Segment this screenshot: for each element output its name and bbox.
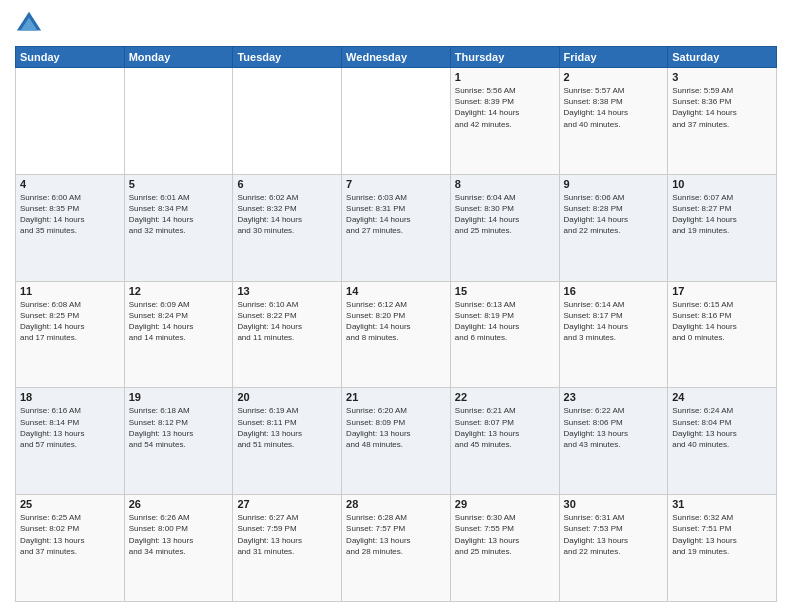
calendar-cell: 27Sunrise: 6:27 AM Sunset: 7:59 PM Dayli… [233,495,342,602]
day-number: 22 [455,391,555,403]
day-number: 6 [237,178,337,190]
day-info: Sunrise: 6:24 AM Sunset: 8:04 PM Dayligh… [672,405,772,450]
day-info: Sunrise: 6:03 AM Sunset: 8:31 PM Dayligh… [346,192,446,237]
calendar-cell: 10Sunrise: 6:07 AM Sunset: 8:27 PM Dayli… [668,174,777,281]
calendar-cell: 30Sunrise: 6:31 AM Sunset: 7:53 PM Dayli… [559,495,668,602]
day-number: 2 [564,71,664,83]
day-info: Sunrise: 6:28 AM Sunset: 7:57 PM Dayligh… [346,512,446,557]
day-number: 16 [564,285,664,297]
calendar-body: 1Sunrise: 5:56 AM Sunset: 8:39 PM Daylig… [16,68,777,602]
day-number: 1 [455,71,555,83]
day-number: 28 [346,498,446,510]
day-number: 27 [237,498,337,510]
day-number: 21 [346,391,446,403]
calendar-cell: 14Sunrise: 6:12 AM Sunset: 8:20 PM Dayli… [342,281,451,388]
day-number: 5 [129,178,229,190]
calendar-cell [342,68,451,175]
calendar: SundayMondayTuesdayWednesdayThursdayFrid… [15,46,777,602]
day-info: Sunrise: 5:56 AM Sunset: 8:39 PM Dayligh… [455,85,555,130]
calendar-table: SundayMondayTuesdayWednesdayThursdayFrid… [15,46,777,602]
calendar-week-0: 1Sunrise: 5:56 AM Sunset: 8:39 PM Daylig… [16,68,777,175]
calendar-cell [233,68,342,175]
day-info: Sunrise: 6:02 AM Sunset: 8:32 PM Dayligh… [237,192,337,237]
weekday-tuesday: Tuesday [233,47,342,68]
calendar-cell: 29Sunrise: 6:30 AM Sunset: 7:55 PM Dayli… [450,495,559,602]
day-number: 19 [129,391,229,403]
day-number: 12 [129,285,229,297]
calendar-cell: 22Sunrise: 6:21 AM Sunset: 8:07 PM Dayli… [450,388,559,495]
day-number: 29 [455,498,555,510]
day-number: 4 [20,178,120,190]
day-info: Sunrise: 6:04 AM Sunset: 8:30 PM Dayligh… [455,192,555,237]
day-number: 30 [564,498,664,510]
day-info: Sunrise: 6:22 AM Sunset: 8:06 PM Dayligh… [564,405,664,450]
weekday-saturday: Saturday [668,47,777,68]
calendar-cell: 25Sunrise: 6:25 AM Sunset: 8:02 PM Dayli… [16,495,125,602]
day-info: Sunrise: 6:09 AM Sunset: 8:24 PM Dayligh… [129,299,229,344]
day-info: Sunrise: 6:30 AM Sunset: 7:55 PM Dayligh… [455,512,555,557]
day-info: Sunrise: 6:25 AM Sunset: 8:02 PM Dayligh… [20,512,120,557]
day-info: Sunrise: 6:08 AM Sunset: 8:25 PM Dayligh… [20,299,120,344]
page: SundayMondayTuesdayWednesdayThursdayFrid… [0,0,792,612]
calendar-cell: 16Sunrise: 6:14 AM Sunset: 8:17 PM Dayli… [559,281,668,388]
calendar-cell: 31Sunrise: 6:32 AM Sunset: 7:51 PM Dayli… [668,495,777,602]
day-number: 26 [129,498,229,510]
weekday-friday: Friday [559,47,668,68]
calendar-cell: 6Sunrise: 6:02 AM Sunset: 8:32 PM Daylig… [233,174,342,281]
calendar-week-2: 11Sunrise: 6:08 AM Sunset: 8:25 PM Dayli… [16,281,777,388]
calendar-cell: 5Sunrise: 6:01 AM Sunset: 8:34 PM Daylig… [124,174,233,281]
calendar-cell: 23Sunrise: 6:22 AM Sunset: 8:06 PM Dayli… [559,388,668,495]
weekday-sunday: Sunday [16,47,125,68]
day-info: Sunrise: 6:10 AM Sunset: 8:22 PM Dayligh… [237,299,337,344]
calendar-cell: 12Sunrise: 6:09 AM Sunset: 8:24 PM Dayli… [124,281,233,388]
calendar-cell: 13Sunrise: 6:10 AM Sunset: 8:22 PM Dayli… [233,281,342,388]
weekday-thursday: Thursday [450,47,559,68]
day-number: 14 [346,285,446,297]
day-info: Sunrise: 6:19 AM Sunset: 8:11 PM Dayligh… [237,405,337,450]
day-info: Sunrise: 6:32 AM Sunset: 7:51 PM Dayligh… [672,512,772,557]
day-info: Sunrise: 6:27 AM Sunset: 7:59 PM Dayligh… [237,512,337,557]
calendar-cell: 8Sunrise: 6:04 AM Sunset: 8:30 PM Daylig… [450,174,559,281]
day-number: 24 [672,391,772,403]
day-number: 15 [455,285,555,297]
day-info: Sunrise: 6:07 AM Sunset: 8:27 PM Dayligh… [672,192,772,237]
calendar-week-3: 18Sunrise: 6:16 AM Sunset: 8:14 PM Dayli… [16,388,777,495]
calendar-cell: 18Sunrise: 6:16 AM Sunset: 8:14 PM Dayli… [16,388,125,495]
day-info: Sunrise: 6:01 AM Sunset: 8:34 PM Dayligh… [129,192,229,237]
logo-icon [15,10,43,38]
calendar-cell: 24Sunrise: 6:24 AM Sunset: 8:04 PM Dayli… [668,388,777,495]
calendar-cell: 7Sunrise: 6:03 AM Sunset: 8:31 PM Daylig… [342,174,451,281]
header [15,10,777,38]
day-number: 31 [672,498,772,510]
day-number: 13 [237,285,337,297]
day-number: 25 [20,498,120,510]
day-info: Sunrise: 6:00 AM Sunset: 8:35 PM Dayligh… [20,192,120,237]
calendar-cell: 15Sunrise: 6:13 AM Sunset: 8:19 PM Dayli… [450,281,559,388]
weekday-monday: Monday [124,47,233,68]
calendar-cell: 11Sunrise: 6:08 AM Sunset: 8:25 PM Dayli… [16,281,125,388]
calendar-cell: 17Sunrise: 6:15 AM Sunset: 8:16 PM Dayli… [668,281,777,388]
day-number: 8 [455,178,555,190]
calendar-cell: 21Sunrise: 6:20 AM Sunset: 8:09 PM Dayli… [342,388,451,495]
day-info: Sunrise: 6:12 AM Sunset: 8:20 PM Dayligh… [346,299,446,344]
day-info: Sunrise: 6:26 AM Sunset: 8:00 PM Dayligh… [129,512,229,557]
weekday-row: SundayMondayTuesdayWednesdayThursdayFrid… [16,47,777,68]
calendar-cell: 4Sunrise: 6:00 AM Sunset: 8:35 PM Daylig… [16,174,125,281]
day-number: 9 [564,178,664,190]
calendar-cell: 20Sunrise: 6:19 AM Sunset: 8:11 PM Dayli… [233,388,342,495]
day-info: Sunrise: 6:18 AM Sunset: 8:12 PM Dayligh… [129,405,229,450]
day-number: 3 [672,71,772,83]
day-number: 23 [564,391,664,403]
day-number: 11 [20,285,120,297]
day-info: Sunrise: 6:13 AM Sunset: 8:19 PM Dayligh… [455,299,555,344]
day-info: Sunrise: 6:15 AM Sunset: 8:16 PM Dayligh… [672,299,772,344]
weekday-wednesday: Wednesday [342,47,451,68]
calendar-week-1: 4Sunrise: 6:00 AM Sunset: 8:35 PM Daylig… [16,174,777,281]
day-info: Sunrise: 6:20 AM Sunset: 8:09 PM Dayligh… [346,405,446,450]
calendar-cell [16,68,125,175]
day-info: Sunrise: 5:59 AM Sunset: 8:36 PM Dayligh… [672,85,772,130]
day-info: Sunrise: 6:14 AM Sunset: 8:17 PM Dayligh… [564,299,664,344]
day-info: Sunrise: 6:21 AM Sunset: 8:07 PM Dayligh… [455,405,555,450]
calendar-week-4: 25Sunrise: 6:25 AM Sunset: 8:02 PM Dayli… [16,495,777,602]
day-info: Sunrise: 6:16 AM Sunset: 8:14 PM Dayligh… [20,405,120,450]
